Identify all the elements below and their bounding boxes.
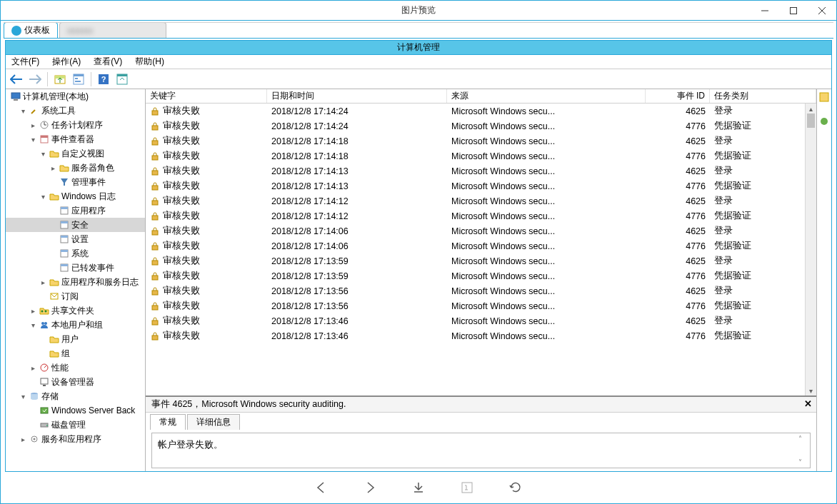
event-list[interactable]: 关键字 日期和时间 来源 事件 ID 任务类别 审核失败2018/12/8 17… [146,89,816,395]
table-row[interactable]: 审核失败2018/12/8 17:14:18Microsoft Windows … [146,133,805,148]
table-row[interactable]: 审核失败2018/12/8 17:14:13Microsoft Windows … [146,178,805,193]
tree-services-apps[interactable]: ▸服务和应用程序 [6,432,145,446]
detail-tab-details[interactable]: 详细信息 [187,414,240,430]
svg-rect-17 [61,207,68,209]
tree-log-setup[interactable]: 设置 [6,232,145,246]
col-eventid[interactable]: 事件 ID [646,89,710,103]
detail-close-button[interactable]: ✕ [804,398,812,409]
toolbar-properties-button[interactable] [71,71,86,87]
tree-disk-mgmt[interactable]: 磁盘管理 [6,418,145,432]
tree-log-security[interactable]: 安全 [6,218,145,232]
window-maximize-button[interactable] [779,1,808,20]
subscription-icon [49,291,60,302]
tree-event-viewer[interactable]: ▾事件查看器 [6,132,145,146]
tree-log-forwarded[interactable]: 已转发事件 [6,261,145,275]
tree-custom-views[interactable]: ▾自定义视图 [6,146,145,161]
svg-point-39 [34,438,36,440]
tab-dashboard[interactable]: 仪表板 [4,22,58,38]
tree-device-manager[interactable]: 设备管理器 [6,375,145,389]
table-row[interactable]: 审核失败2018/12/8 17:14:12Microsoft Windows … [146,208,805,223]
footer-next-button[interactable] [362,480,378,495]
scroll-down-icon[interactable]: ▾ [806,385,816,395]
toolbar-help-button[interactable]: ? [96,71,111,87]
detail-tab-general[interactable]: 常规 [150,414,186,430]
tree-admin-events[interactable]: 管理事件 [6,175,145,189]
svg-rect-52 [152,291,158,295]
tree-server-roles[interactable]: ▸服务器角色 [6,161,145,175]
cell-task: 登录 [710,104,805,119]
menu-file[interactable]: 文件(F) [9,55,42,69]
table-row[interactable]: 审核失败2018/12/8 17:14:18Microsoft Windows … [146,148,805,163]
svg-rect-23 [61,250,68,252]
tree-groups[interactable]: 组 [6,346,145,361]
table-row[interactable]: 审核失败2018/12/8 17:14:24Microsoft Windows … [146,104,805,119]
tree-sys-tools[interactable]: ▾系统工具 [6,104,145,118]
col-source[interactable]: 来源 [447,89,646,103]
window-minimize-button[interactable] [751,1,779,20]
table-row[interactable]: 审核失败2018/12/8 17:13:59Microsoft Windows … [146,268,805,283]
table-row[interactable]: 审核失败2018/12/8 17:14:12Microsoft Windows … [146,193,805,208]
table-row[interactable]: 审核失败2018/12/8 17:14:24Microsoft Windows … [146,119,805,133]
lock-icon [150,241,160,251]
folder-icon [49,191,60,202]
folder-icon [49,148,60,159]
menu-help[interactable]: 帮助(H) [132,55,167,69]
lock-icon [150,256,160,266]
table-row[interactable]: 审核失败2018/12/8 17:13:56Microsoft Windows … [146,298,805,313]
tree-log-application[interactable]: 应用程序 [6,203,145,218]
tree-windows-logs[interactable]: ▾Windows 日志 [6,189,145,203]
mini-scroll-down-icon[interactable]: ˅ [798,458,808,466]
device-icon [39,376,50,388]
table-row[interactable]: 审核失败2018/12/8 17:14:06Microsoft Windows … [146,223,805,238]
side-icon-1[interactable] [819,92,829,102]
tree-local-users-groups[interactable]: ▾本地用户和组 [6,318,145,332]
footer-prev-button[interactable] [314,480,329,495]
col-keyword[interactable]: 关键字 [146,89,267,103]
table-row[interactable]: 审核失败2018/12/8 17:14:13Microsoft Windows … [146,163,805,178]
menu-action[interactable]: 操作(A) [49,55,84,69]
tree-root[interactable]: 计算机管理(本地) [6,89,145,104]
footer-rotate-button[interactable] [508,480,523,495]
tree-log-system[interactable]: 系统 [6,246,145,261]
svg-rect-41 [152,126,158,130]
cell-datetime: 2018/12/8 17:14:13 [267,178,447,193]
scroll-thumb[interactable] [807,114,815,128]
tree-app-services-logs[interactable]: ▸应用程序和服务日志 [6,275,145,289]
menu-view[interactable]: 查看(V) [91,55,125,69]
nav-back-button[interactable] [9,71,24,87]
tree-users[interactable]: 用户 [6,332,145,346]
col-task[interactable]: 任务类别 [710,89,816,103]
table-row[interactable]: 审核失败2018/12/8 17:13:56Microsoft Windows … [146,283,805,298]
footer-original-button[interactable] [459,480,475,495]
table-row[interactable]: 审核失败2018/12/8 17:14:06Microsoft Windows … [146,238,805,253]
toolbar-up-button[interactable] [52,71,68,87]
tree-task-scheduler[interactable]: ▸任务计划程序 [6,118,145,132]
tree-pane[interactable]: 计算机管理(本地) ▾系统工具 ▸任务计划程序 ▾事件查看器 ▾自定义视图 ▸服… [6,89,146,471]
window-close-button[interactable] [808,1,836,20]
cell-eventid: 4625 [646,313,710,328]
nav-forward-button[interactable] [27,71,43,87]
tree-wsb[interactable]: Windows Server Back [6,403,145,418]
svg-rect-10 [117,74,127,76]
scroll-up-icon[interactable]: ▴ [806,104,816,114]
side-icon-2[interactable] [819,116,829,126]
tree-subscriptions[interactable]: 订阅 [6,289,145,303]
tab-blurred[interactable]: xxxxxx [59,22,166,38]
tree-shared-folders[interactable]: ▸共享文件夹 [6,303,145,318]
table-row[interactable]: 审核失败2018/12/8 17:13:59Microsoft Windows … [146,253,805,268]
cell-eventid: 4776 [646,238,710,253]
col-datetime[interactable]: 日期和时间 [267,89,447,103]
tree-storage[interactable]: ▾存储 [6,389,145,403]
cell-eventid: 4625 [646,193,710,208]
inner-window: 计算机管理 文件(F) 操作(A) 查看(V) 帮助(H) [5,40,832,472]
svg-rect-55 [152,336,158,340]
event-list-scrollbar[interactable]: ▴ ▾ [805,104,816,395]
preview-footer [4,473,833,502]
table-row[interactable]: 审核失败2018/12/8 17:13:46Microsoft Windows … [146,313,805,328]
tree-performance[interactable]: ▸性能 [6,361,145,375]
table-row[interactable]: 审核失败2018/12/8 17:13:46Microsoft Windows … [146,328,805,343]
mini-scroll-up-icon[interactable]: ˄ [798,435,808,443]
footer-download-button[interactable] [411,480,426,495]
svg-text:?: ? [101,75,106,84]
toolbar-extra-button[interactable] [114,71,130,87]
